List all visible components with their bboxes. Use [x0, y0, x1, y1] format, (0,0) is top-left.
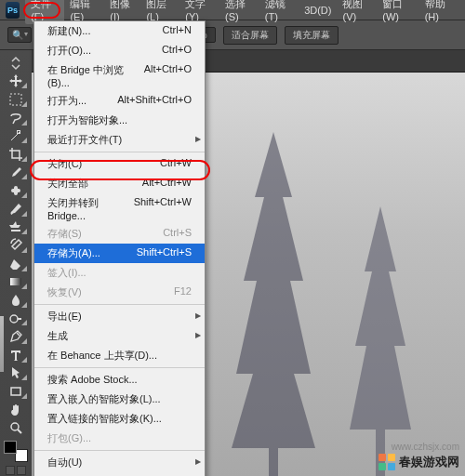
file-menu-item: 打包(G)... — [34, 429, 205, 448]
menu-item-shortcut: Shift+Ctrl+S — [137, 246, 192, 260]
file-menu-item[interactable]: 置入链接的智能对象(K)... — [34, 409, 205, 429]
svg-rect-2 — [14, 186, 18, 195]
menu-item-label: 打开(O)... — [47, 44, 91, 58]
menu-item-label: 签入(I)... — [47, 266, 86, 280]
menu-filter[interactable]: 滤镜(T) — [259, 0, 299, 24]
menu-item-shortcut: Ctrl+S — [163, 227, 192, 241]
file-menu-item: 恢复(V)F12 — [34, 283, 205, 302]
zoom-tool[interactable] — [3, 419, 29, 438]
menu-view[interactable]: 视图(V) — [337, 0, 377, 24]
menu-item-label: 置入嵌入的智能对象(L)... — [47, 392, 161, 406]
menu-item-label: 搜索 Adobe Stock... — [47, 373, 138, 387]
lasso-tool[interactable] — [3, 109, 29, 127]
dodge-tool[interactable] — [3, 310, 29, 328]
menu-window[interactable]: 窗口(W) — [377, 0, 418, 24]
menu-item-label: 导出(E) — [47, 310, 82, 324]
file-menu-item[interactable]: 关闭并转到 Bridge...Shift+Ctrl+W — [34, 193, 205, 224]
file-menu-item: 签入(I)... — [34, 263, 205, 283]
history-brush-tool[interactable] — [3, 236, 29, 255]
menu-item-label: 存储(S) — [47, 227, 82, 241]
menu-item-label: 在 Behance 上共享(D)... — [47, 349, 157, 363]
file-menu-item[interactable]: 关闭(C)Ctrl+W — [34, 154, 205, 174]
menu-item-label: 生成 — [47, 329, 68, 343]
file-menu-item[interactable]: 生成 — [34, 326, 205, 346]
menu-item-shortcut: Ctrl+O — [162, 44, 192, 58]
marquee-tool[interactable] — [3, 90, 29, 109]
file-menu-item[interactable]: 打开为...Alt+Shift+Ctrl+O — [34, 91, 205, 111]
tree-image — [339, 206, 422, 476]
file-menu-item[interactable]: 在 Behance 上共享(D)... — [34, 346, 205, 365]
watermark-icon — [379, 454, 395, 470]
brush-tool[interactable] — [3, 200, 29, 218]
menubar: Ps 文件(F) 编辑(E) 图像(I) 图层(L) 文字(Y) 选择(S) 滤… — [0, 0, 465, 20]
file-menu-item[interactable]: 关闭全部Alt+Ctrl+W — [34, 174, 205, 193]
blur-tool[interactable] — [3, 291, 29, 310]
menu-item-shortcut: Shift+Ctrl+W — [134, 196, 192, 221]
rectangle-tool[interactable] — [3, 382, 29, 401]
menu-item-shortcut: Alt+Ctrl+O — [144, 63, 192, 88]
file-menu-item[interactable]: 打开(O)...Ctrl+O — [34, 41, 205, 60]
menu-item-label: 新建(N)... — [47, 24, 90, 38]
menu-item-label: 关闭全部 — [47, 177, 88, 191]
eyedropper-tool[interactable] — [3, 164, 29, 182]
menu-item-shortcut: F12 — [174, 285, 192, 299]
tool-preset-dropdown[interactable]: 🔍 — [7, 27, 32, 43]
menu-item-label: 置入链接的智能对象(K)... — [47, 412, 162, 426]
clone-stamp-tool[interactable] — [3, 218, 29, 237]
crop-tool[interactable] — [3, 145, 29, 164]
file-menu-item[interactable]: 导出(E) — [34, 307, 205, 326]
eraser-tool[interactable] — [3, 255, 29, 273]
menu-item-label: 恢复(V) — [47, 285, 82, 299]
move-tool[interactable] — [3, 73, 29, 91]
menu-item-label: 自动(U) — [47, 456, 82, 469]
gradient-tool[interactable] — [3, 273, 29, 292]
menu-item-label: 打包(G)... — [47, 431, 91, 445]
file-menu-item: 存储(S)Ctrl+S — [34, 224, 205, 244]
tools-panel — [0, 50, 32, 476]
svg-point-4 — [10, 315, 18, 323]
menu-help[interactable]: 帮助(H) — [419, 0, 459, 24]
type-tool[interactable] — [3, 346, 29, 364]
menu-3d[interactable]: 3D(D) — [299, 3, 337, 18]
tree-image — [218, 132, 329, 476]
collapse-icon[interactable] — [3, 54, 29, 73]
foreground-background-colors[interactable] — [4, 441, 28, 462]
menu-item-shortcut: Ctrl+N — [163, 24, 192, 38]
menu-item-label: 存储为(A)... — [47, 246, 100, 260]
svg-point-6 — [11, 423, 19, 430]
menu-item-shortcut: Ctrl+W — [160, 157, 192, 171]
app-icon: Ps — [6, 2, 20, 19]
menu-item-shortcut: Alt+Ctrl+W — [142, 177, 192, 191]
svg-rect-5 — [11, 388, 20, 395]
path-selection-tool[interactable] — [3, 364, 29, 383]
menu-select[interactable]: 选择(S) — [219, 0, 259, 24]
file-menu-item[interactable]: 脚本(R) — [34, 472, 205, 476]
magic-wand-tool[interactable] — [3, 127, 29, 146]
menu-item-label: 打开为智能对象... — [47, 113, 127, 127]
watermark: 春娱游戏网 — [379, 454, 459, 470]
file-menu-item[interactable]: 自动(U) — [34, 453, 205, 472]
menu-item-label: 在 Bridge 中浏览(B)... — [47, 63, 144, 88]
fit-screen-button[interactable]: 适合屏幕 — [223, 26, 277, 45]
menu-item-label: 最近打开文件(T) — [47, 133, 122, 147]
menu-item-shortcut: Alt+Shift+Ctrl+O — [117, 94, 192, 108]
file-menu-item[interactable]: 新建(N)...Ctrl+N — [34, 21, 205, 41]
file-menu-dropdown: 新建(N)...Ctrl+N打开(O)...Ctrl+O在 Bridge 中浏览… — [33, 20, 206, 476]
file-menu-item[interactable]: 在 Bridge 中浏览(B)...Alt+Ctrl+O — [34, 60, 205, 91]
adjacent-window-strip — [0, 316, 4, 372]
file-menu-item[interactable]: 置入嵌入的智能对象(L)... — [34, 390, 205, 409]
file-menu-item[interactable]: 最近打开文件(T) — [34, 130, 205, 150]
fill-screen-button[interactable]: 填充屏幕 — [285, 26, 339, 45]
hand-tool[interactable] — [3, 401, 29, 419]
watermark-url: www.czhsjx.com — [392, 442, 459, 452]
file-menu-item[interactable]: 存储为(A)...Shift+Ctrl+S — [34, 244, 205, 263]
menu-item-label: 关闭(C) — [47, 157, 82, 171]
spot-heal-tool[interactable] — [3, 181, 29, 200]
file-menu-item[interactable]: 打开为智能对象... — [34, 111, 205, 130]
file-menu-item[interactable]: 搜索 Adobe Stock... — [34, 370, 205, 390]
pen-tool[interactable] — [3, 327, 29, 346]
svg-rect-3 — [10, 278, 21, 285]
quick-mask-toggle[interactable] — [6, 466, 26, 476]
watermark-text: 春娱游戏网 — [399, 454, 459, 470]
menu-item-label: 关闭并转到 Bridge... — [47, 196, 134, 221]
